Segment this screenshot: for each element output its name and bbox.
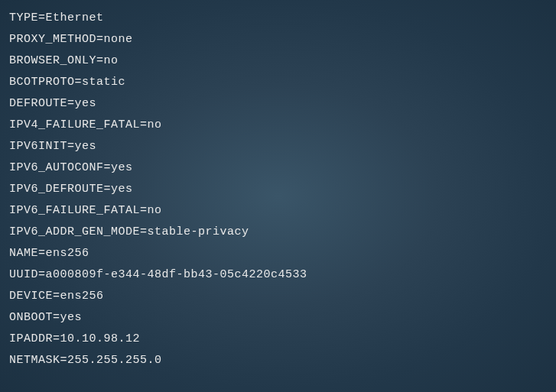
equals-sign: = <box>104 183 112 196</box>
config-value: no <box>148 118 162 131</box>
config-value: ens256 <box>60 290 104 303</box>
equals-sign: = <box>104 161 112 174</box>
equals-sign: = <box>53 332 60 345</box>
config-key: TYPE <box>9 11 38 24</box>
config-key: BROWSER_ONLY <box>9 54 96 67</box>
config-line: NETMASK=255.255.255.0 <box>9 350 547 371</box>
config-line: DEVICE=ens256 <box>9 286 547 307</box>
config-value: yes <box>111 161 133 174</box>
equals-sign: = <box>67 97 75 110</box>
config-key: IPV6_ADDR_GEN_MODE <box>9 225 140 238</box>
config-line: IPV4_FAILURE_FATAL=no <box>9 115 547 136</box>
config-key: PROXY_METHOD <box>9 33 96 46</box>
equals-sign: = <box>67 140 75 153</box>
config-line: BCOTPROTO=static <box>9 72 547 93</box>
config-value: yes <box>75 97 97 110</box>
config-value: no <box>104 54 119 67</box>
equals-sign: = <box>96 33 104 46</box>
equals-sign: = <box>96 54 104 67</box>
config-value: no <box>148 204 162 217</box>
config-line: UUID=a000809f-e344-48df-bb43-05c4220c453… <box>9 264 547 286</box>
equals-sign: = <box>53 290 60 303</box>
config-key: ONBOOT <box>9 311 53 324</box>
config-key: DEFROUTE <box>9 97 67 110</box>
config-value: Ethernet <box>46 11 104 24</box>
config-line: TYPE=Ethernet <box>9 8 547 29</box>
config-key: IPV6_DEFROUTE <box>9 183 104 196</box>
config-value: stable-privacy <box>148 225 249 238</box>
config-value: yes <box>111 183 133 196</box>
config-line: IPADDR=10.10.98.12 <box>9 329 547 350</box>
terminal-output: TYPE=Ethernet PROXY_METHOD=none BROWSER_… <box>9 8 547 371</box>
config-line: IPV6_FAILURE_FATAL=no <box>9 200 547 222</box>
config-key: IPADDR <box>9 332 53 345</box>
config-value: none <box>104 33 133 46</box>
config-key: IPV4_FAILURE_FATAL <box>9 118 140 131</box>
config-key: UUID <box>9 268 38 281</box>
config-line: DEFROUTE=yes <box>9 93 547 115</box>
equals-sign: = <box>140 204 148 217</box>
config-line: NAME=ens256 <box>9 243 547 264</box>
config-key: NAME <box>9 247 38 260</box>
config-line: ONBOOT=yes <box>9 307 547 329</box>
config-value: yes <box>60 311 83 324</box>
config-line: IPV6INIT=yes <box>9 136 547 157</box>
equals-sign: = <box>140 118 148 131</box>
config-value: ens256 <box>46 247 89 260</box>
config-line: PROXY_METHOD=none <box>9 29 547 50</box>
equals-sign: = <box>38 268 46 281</box>
config-value: a000809f-e344-48df-bb43-05c4220c4533 <box>46 268 307 281</box>
config-line: IPV6_ADDR_GEN_MODE=stable-privacy <box>9 222 547 243</box>
config-key: IPV6INIT <box>9 140 67 153</box>
config-value: 255.255.255.0 <box>67 354 162 367</box>
config-value: yes <box>75 140 97 153</box>
config-line: IPV6_DEFROUTE=yes <box>9 179 547 200</box>
config-key: IPV6_FAILURE_FATAL <box>9 204 140 217</box>
config-key: DEVICE <box>9 290 53 303</box>
equals-sign: = <box>140 225 148 238</box>
config-line: BROWSER_ONLY=no <box>9 50 547 72</box>
config-line: IPV6_AUTOCONF=yes <box>9 157 547 179</box>
config-key: NETMASK <box>9 354 60 367</box>
config-key: IPV6_AUTOCONF <box>9 161 104 174</box>
config-value: 10.10.98.12 <box>60 332 141 345</box>
config-value: static <box>82 76 125 89</box>
equals-sign: = <box>60 354 68 367</box>
equals-sign: = <box>53 311 60 324</box>
equals-sign: = <box>38 247 46 260</box>
config-key: BCOTPROTO <box>9 76 75 89</box>
equals-sign: = <box>75 76 83 89</box>
equals-sign: = <box>38 11 46 24</box>
